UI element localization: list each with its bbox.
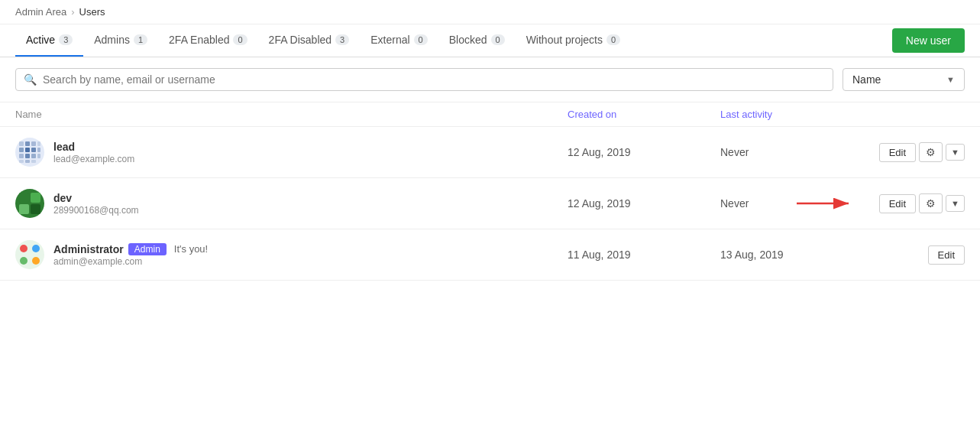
avatar (15, 189, 44, 218)
user-names-dev: dev 289900168@qq.com (53, 192, 139, 216)
sort-dropdown[interactable]: Name ▼ (843, 68, 965, 91)
search-input-wrap: 🔍 (15, 68, 833, 91)
avatar (15, 138, 44, 167)
svg-rect-18 (31, 204, 40, 214)
svg-rect-9 (25, 154, 30, 158)
svg-rect-5 (25, 148, 30, 152)
breadcrumb-separator: › (71, 6, 74, 18)
table-row: lead lead@example.com 12 Aug, 2019 Never… (0, 127, 980, 178)
chevron-down-icon: ▼ (946, 75, 955, 84)
user-email: 289900168@qq.com (53, 205, 139, 216)
user-name: lead (53, 141, 134, 153)
tabs-bar: Active 3 Admins 1 2FA Enabled 0 2FA Disa… (0, 24, 980, 57)
edit-button[interactable]: Edit (928, 245, 965, 265)
search-bar: 🔍 Name ▼ (0, 57, 980, 102)
row-actions: Edit (873, 245, 965, 265)
svg-point-24 (32, 257, 40, 265)
user-names-lead: lead lead@example.com (53, 141, 134, 164)
user-email: admin@example.com (53, 256, 208, 267)
breadcrumb-current: Users (79, 6, 105, 18)
created-on-value: 11 Aug, 2019 (568, 249, 720, 261)
its-you-label: It's you! (174, 243, 208, 255)
tab-without-projects[interactable]: Without projects 0 (516, 24, 632, 57)
created-on-value: 12 Aug, 2019 (568, 197, 720, 210)
tab-admins[interactable]: Admins 1 (83, 24, 158, 57)
table-header: Name Created on Last activity (0, 102, 980, 127)
tab-2fa-enabled[interactable]: 2FA Enabled 0 (158, 24, 258, 57)
svg-point-21 (20, 245, 27, 252)
sort-label: Name (852, 73, 881, 86)
svg-rect-12 (19, 160, 24, 163)
svg-rect-8 (19, 154, 24, 158)
tab-active[interactable]: Active 3 (15, 24, 83, 57)
svg-rect-1 (25, 141, 30, 146)
breadcrumb: Admin Area › Users (0, 0, 980, 24)
table-row: Administrator Admin It's you! admin@exam… (0, 229, 980, 281)
svg-rect-0 (19, 141, 24, 146)
svg-rect-13 (25, 160, 30, 163)
col-name-header: Name (15, 109, 568, 120)
search-icon: 🔍 (24, 73, 37, 86)
user-names-admin: Administrator Admin It's you! admin@exam… (53, 243, 208, 267)
dropdown-button[interactable]: ▼ (946, 195, 965, 212)
col-created-header: Created on (568, 109, 720, 120)
table-row: dev 289900168@qq.com 12 Aug, 2019 Never … (0, 178, 980, 229)
gear-button[interactable]: ⚙ (919, 142, 943, 162)
svg-rect-6 (31, 148, 36, 152)
avatar (15, 240, 44, 269)
tab-blocked[interactable]: Blocked 0 (438, 24, 516, 57)
svg-point-23 (20, 257, 27, 265)
user-info-admin: Administrator Admin It's you! admin@exam… (15, 240, 568, 269)
breadcrumb-parent[interactable]: Admin Area (15, 6, 66, 18)
svg-rect-11 (37, 154, 40, 158)
col-activity-header: Last activity (720, 109, 873, 120)
user-name: dev (53, 192, 139, 204)
last-activity-value: 13 Aug, 2019 (720, 249, 873, 261)
svg-rect-4 (19, 148, 24, 152)
edit-button[interactable]: Edit (879, 143, 916, 162)
search-input[interactable] (43, 73, 825, 86)
row-actions: Edit ⚙ ▼ (873, 142, 965, 162)
svg-rect-15 (19, 193, 29, 203)
edit-button[interactable]: Edit (879, 194, 916, 213)
annotation-arrow (797, 192, 858, 215)
svg-point-22 (32, 245, 40, 252)
svg-rect-10 (31, 154, 36, 158)
svg-rect-3 (37, 141, 40, 146)
created-on-value: 12 Aug, 2019 (568, 146, 720, 158)
row-actions: Edit ⚙ ▼ (873, 193, 965, 213)
svg-rect-2 (31, 141, 36, 146)
user-info-lead: lead lead@example.com (15, 138, 568, 167)
gear-button[interactable]: ⚙ (919, 193, 943, 213)
tab-2fa-disabled[interactable]: 2FA Disabled 3 (258, 24, 361, 57)
svg-rect-17 (19, 204, 29, 214)
last-activity-value: Never (720, 146, 873, 158)
admin-badge: Admin (128, 243, 167, 255)
svg-rect-14 (31, 160, 36, 163)
svg-rect-16 (31, 193, 40, 203)
user-info-dev: dev 289900168@qq.com (15, 189, 568, 218)
dropdown-button[interactable]: ▼ (946, 144, 965, 161)
svg-rect-7 (37, 148, 40, 152)
new-user-button[interactable]: New user (892, 28, 965, 53)
tab-external[interactable]: External 0 (360, 24, 438, 57)
col-actions-header (873, 109, 965, 120)
user-email: lead@example.com (53, 154, 134, 164)
user-name: Administrator (53, 243, 124, 255)
